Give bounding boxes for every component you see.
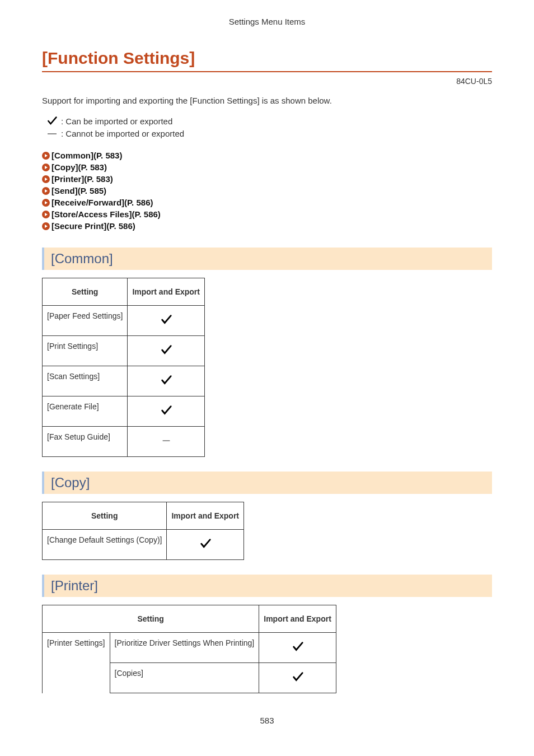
page-title: [Function Settings] (42, 49, 492, 72)
arrow-icon (42, 164, 50, 171)
legend-cannot-text: : Cannot be imported or exported (61, 129, 184, 138)
toc: [Common](P. 583) [Copy](P. 583) [Printer… (42, 151, 492, 231)
table-row: [Generate File] (43, 396, 205, 427)
section-heading-common: [Common] (42, 248, 492, 270)
col-setting: Setting (43, 278, 128, 306)
table-row: [Fax Setup Guide] (43, 427, 205, 457)
legend-can-text: : Can be imported or exported (61, 116, 172, 126)
col-setting: Setting (43, 605, 259, 633)
arrow-icon (42, 152, 50, 160)
table-row: [Scan Settings] (43, 366, 205, 396)
toc-label: [Secure Print](P. 586) (51, 221, 135, 231)
setting-cell: [Change Default Settings (Copy)] (43, 530, 167, 560)
setting-cell: [Prioritize Driver Settings When Printin… (110, 633, 259, 663)
toc-label: [Copy](P. 583) (51, 162, 107, 172)
toc-link-store-access[interactable]: [Store/Access Files](P. 586) (42, 209, 492, 219)
table-row: [Print Settings] (43, 336, 205, 366)
col-import-export: Import and Export (128, 278, 205, 306)
page-number: 583 (42, 716, 492, 725)
ie-cell (167, 530, 244, 560)
setting-cell: [Generate File] (43, 396, 128, 427)
intro-text: Support for importing and exporting the … (42, 96, 492, 105)
toc-link-printer[interactable]: [Printer](P. 583) (42, 174, 492, 184)
setting-cell: [Print Settings] (43, 336, 128, 366)
ie-cell (128, 366, 205, 396)
arrow-icon (42, 187, 50, 195)
toc-label: [Store/Access Files](P. 586) (51, 209, 161, 219)
legend-can-import: : Can be imported or exported (42, 115, 492, 127)
ie-cell (128, 336, 205, 366)
legend-cannot-import: : Cannot be imported or exported (42, 129, 492, 138)
table-row: [Printer Settings] [Prioritize Driver Se… (43, 633, 336, 663)
chapter-label: Settings Menu Items (42, 17, 492, 26)
ie-cell (259, 633, 336, 663)
toc-link-copy[interactable]: [Copy](P. 583) (42, 162, 492, 172)
arrow-icon (42, 199, 50, 207)
toc-link-send[interactable]: [Send](P. 585) (42, 186, 492, 195)
setting-cell: [Scan Settings] (43, 366, 128, 396)
copy-table: Setting Import and Export [Change Defaul… (42, 502, 244, 560)
arrow-icon (42, 222, 50, 230)
section-heading-printer: [Printer] (42, 575, 492, 597)
common-table: Setting Import and Export [Paper Feed Se… (42, 278, 205, 457)
setting-cell: [Copies] (110, 663, 259, 693)
group-cell: [Printer Settings] (43, 633, 110, 693)
arrow-icon (42, 175, 50, 183)
arrow-icon (42, 211, 50, 218)
check-icon (46, 115, 58, 127)
ie-cell (259, 663, 336, 693)
ie-cell (128, 427, 205, 457)
setting-cell: [Fax Setup Guide] (43, 427, 128, 457)
toc-label: [Common](P. 583) (51, 151, 122, 160)
col-import-export: Import and Export (259, 605, 336, 633)
toc-label: [Printer](P. 583) (51, 174, 113, 184)
toc-link-receive-forward[interactable]: [Receive/Forward](P. 586) (42, 198, 492, 207)
table-header-row: Setting Import and Export (43, 502, 244, 530)
printer-table: Setting Import and Export [Printer Setti… (42, 605, 336, 693)
col-setting: Setting (43, 502, 167, 530)
col-import-export: Import and Export (167, 502, 244, 530)
toc-link-common[interactable]: [Common](P. 583) (42, 151, 492, 160)
document-code: 84CU-0L5 (42, 77, 492, 86)
table-header-row: Setting Import and Export (43, 278, 205, 306)
setting-cell: [Paper Feed Settings] (43, 306, 128, 336)
toc-label: [Send](P. 585) (51, 186, 106, 195)
ie-cell (128, 396, 205, 427)
ie-cell (128, 306, 205, 336)
dash-icon (46, 133, 58, 135)
table-header-row: Setting Import and Export (43, 605, 336, 633)
toc-label: [Receive/Forward](P. 586) (51, 198, 153, 207)
table-row: [Paper Feed Settings] (43, 306, 205, 336)
toc-link-secure-print[interactable]: [Secure Print](P. 586) (42, 221, 492, 231)
section-heading-copy: [Copy] (42, 472, 492, 494)
table-row: [Change Default Settings (Copy)] (43, 530, 244, 560)
